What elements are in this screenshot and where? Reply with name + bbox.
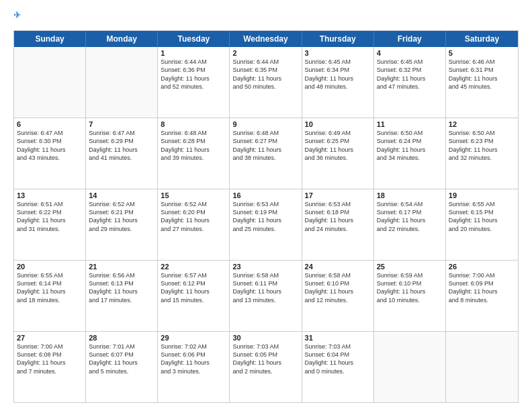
day-number: 13 [17,191,83,199]
day-number: 30 [232,334,298,342]
day-info: Sunrise: 7:03 AMSunset: 6:05 PMDaylight:… [232,342,298,375]
cal-cell: 18Sunrise: 6:54 AMSunset: 6:17 PMDayligh… [374,189,446,260]
day-info: Sunrise: 6:47 AMSunset: 6:29 PMDaylight:… [89,129,154,162]
day-number: 14 [89,191,154,199]
day-number: 21 [89,263,154,271]
page: ✈ SundayMondayTuesdayWednesdayThursdayFr… [0,0,532,411]
weekday-header-thursday: Thursday [302,31,374,47]
weekday-header-monday: Monday [86,31,158,47]
cal-cell: 27Sunrise: 7:00 AMSunset: 6:08 PMDayligh… [14,332,86,402]
day-number: 26 [449,263,515,271]
cal-cell: 28Sunrise: 7:01 AMSunset: 6:07 PMDayligh… [86,332,158,402]
cal-cell: 31Sunrise: 7:03 AMSunset: 6:04 PMDayligh… [302,332,374,402]
day-info: Sunrise: 6:59 AMSunset: 6:10 PMDaylight:… [377,271,443,304]
week-row-1: 1Sunrise: 6:44 AMSunset: 6:36 PMDaylight… [14,47,518,118]
cal-cell: 12Sunrise: 6:50 AMSunset: 6:23 PMDayligh… [446,118,518,189]
day-info: Sunrise: 6:44 AMSunset: 6:36 PMDaylight:… [161,58,226,91]
cal-cell: 22Sunrise: 6:57 AMSunset: 6:12 PMDayligh… [158,261,230,331]
day-number: 8 [161,120,226,128]
day-info: Sunrise: 7:02 AMSunset: 6:06 PMDaylight:… [161,342,226,375]
day-info: Sunrise: 6:53 AMSunset: 6:18 PMDaylight:… [305,200,371,233]
week-row-5: 27Sunrise: 7:00 AMSunset: 6:08 PMDayligh… [14,332,518,402]
day-info: Sunrise: 7:00 AMSunset: 6:09 PMDaylight:… [449,271,515,304]
day-number: 19 [449,191,515,199]
day-info: Sunrise: 6:57 AMSunset: 6:12 PMDaylight:… [161,271,226,304]
day-info: Sunrise: 6:46 AMSunset: 6:31 PMDaylight:… [449,58,515,91]
cal-cell: 21Sunrise: 6:56 AMSunset: 6:13 PMDayligh… [86,261,158,331]
cal-cell: 13Sunrise: 6:51 AMSunset: 6:22 PMDayligh… [14,189,86,260]
day-number: 29 [161,334,226,342]
cal-cell: 4Sunrise: 6:45 AMSunset: 6:32 PMDaylight… [374,47,446,118]
cal-cell: 23Sunrise: 6:58 AMSunset: 6:11 PMDayligh… [230,261,302,331]
cal-cell: 2Sunrise: 6:44 AMSunset: 6:35 PMDaylight… [230,47,302,118]
day-number: 7 [89,120,154,128]
day-number: 10 [305,120,371,128]
day-number: 22 [161,263,226,271]
cal-cell [374,332,446,402]
calendar-body: 1Sunrise: 6:44 AMSunset: 6:36 PMDaylight… [14,47,518,402]
day-number: 20 [17,263,83,271]
cal-cell: 6Sunrise: 6:47 AMSunset: 6:30 PMDaylight… [14,118,86,189]
day-number: 11 [377,120,443,128]
cal-cell: 9Sunrise: 6:48 AMSunset: 6:27 PMDaylight… [230,118,302,189]
day-number: 4 [377,49,443,57]
day-info: Sunrise: 6:48 AMSunset: 6:28 PMDaylight:… [161,129,226,162]
cal-cell: 29Sunrise: 7:02 AMSunset: 6:06 PMDayligh… [158,332,230,402]
day-info: Sunrise: 6:56 AMSunset: 6:13 PMDaylight:… [89,271,154,304]
day-number: 5 [449,49,515,57]
cal-cell: 26Sunrise: 7:00 AMSunset: 6:09 PMDayligh… [446,261,518,331]
day-info: Sunrise: 6:49 AMSunset: 6:25 PMDaylight:… [305,129,371,162]
day-number: 31 [305,334,371,342]
cal-cell: 15Sunrise: 6:52 AMSunset: 6:20 PMDayligh… [158,189,230,260]
calendar-header: SundayMondayTuesdayWednesdayThursdayFrid… [14,31,518,47]
day-info: Sunrise: 6:44 AMSunset: 6:35 PMDaylight:… [232,58,298,91]
cal-cell: 1Sunrise: 6:44 AMSunset: 6:36 PMDaylight… [158,47,230,118]
day-info: Sunrise: 7:00 AMSunset: 6:08 PMDaylight:… [17,342,83,375]
day-number: 25 [377,263,443,271]
day-number: 16 [232,191,298,199]
day-number: 18 [377,191,443,199]
day-info: Sunrise: 6:58 AMSunset: 6:11 PMDaylight:… [232,271,298,304]
cal-cell: 17Sunrise: 6:53 AMSunset: 6:18 PMDayligh… [302,189,374,260]
weekday-header-wednesday: Wednesday [230,31,302,47]
cal-cell: 16Sunrise: 6:53 AMSunset: 6:19 PMDayligh… [230,189,302,260]
weekday-header-tuesday: Tuesday [158,31,230,47]
day-info: Sunrise: 6:52 AMSunset: 6:21 PMDaylight:… [89,200,154,233]
day-info: Sunrise: 6:45 AMSunset: 6:34 PMDaylight:… [305,58,371,91]
calendar: SundayMondayTuesdayWednesdayThursdayFrid… [13,30,519,403]
header: ✈ [13,11,519,25]
day-number: 2 [232,49,298,57]
day-number: 15 [161,191,226,199]
cal-cell: 24Sunrise: 6:58 AMSunset: 6:10 PMDayligh… [302,261,374,331]
cal-cell [14,47,86,118]
day-info: Sunrise: 6:58 AMSunset: 6:10 PMDaylight:… [305,271,371,304]
day-info: Sunrise: 6:54 AMSunset: 6:17 PMDaylight:… [377,200,443,233]
cal-cell: 25Sunrise: 6:59 AMSunset: 6:10 PMDayligh… [374,261,446,331]
day-number: 17 [305,191,371,199]
cal-cell: 20Sunrise: 6:55 AMSunset: 6:14 PMDayligh… [14,261,86,331]
weekday-header-friday: Friday [374,31,446,47]
day-number: 9 [232,120,298,128]
day-info: Sunrise: 6:52 AMSunset: 6:20 PMDaylight:… [161,200,226,233]
day-number: 3 [305,49,371,57]
week-row-2: 6Sunrise: 6:47 AMSunset: 6:30 PMDaylight… [14,118,518,189]
day-info: Sunrise: 6:45 AMSunset: 6:32 PMDaylight:… [377,58,443,91]
day-number: 27 [17,334,83,342]
day-info: Sunrise: 6:55 AMSunset: 6:15 PMDaylight:… [449,200,515,233]
day-info: Sunrise: 6:50 AMSunset: 6:23 PMDaylight:… [449,129,515,162]
day-info: Sunrise: 7:01 AMSunset: 6:07 PMDaylight:… [89,342,154,375]
cal-cell: 5Sunrise: 6:46 AMSunset: 6:31 PMDaylight… [446,47,518,118]
day-number: 24 [305,263,371,271]
cal-cell: 11Sunrise: 6:50 AMSunset: 6:24 PMDayligh… [374,118,446,189]
cal-cell: 14Sunrise: 6:52 AMSunset: 6:21 PMDayligh… [86,189,158,260]
day-number: 1 [161,49,226,57]
cal-cell: 10Sunrise: 6:49 AMSunset: 6:25 PMDayligh… [302,118,374,189]
day-info: Sunrise: 6:48 AMSunset: 6:27 PMDaylight:… [232,129,298,162]
day-info: Sunrise: 7:03 AMSunset: 6:04 PMDaylight:… [305,342,371,375]
day-number: 23 [232,263,298,271]
day-info: Sunrise: 6:50 AMSunset: 6:24 PMDaylight:… [377,129,443,162]
day-number: 6 [17,120,83,128]
day-number: 28 [89,334,154,342]
day-info: Sunrise: 6:47 AMSunset: 6:30 PMDaylight:… [17,129,83,162]
day-info: Sunrise: 6:55 AMSunset: 6:14 PMDaylight:… [17,271,83,304]
